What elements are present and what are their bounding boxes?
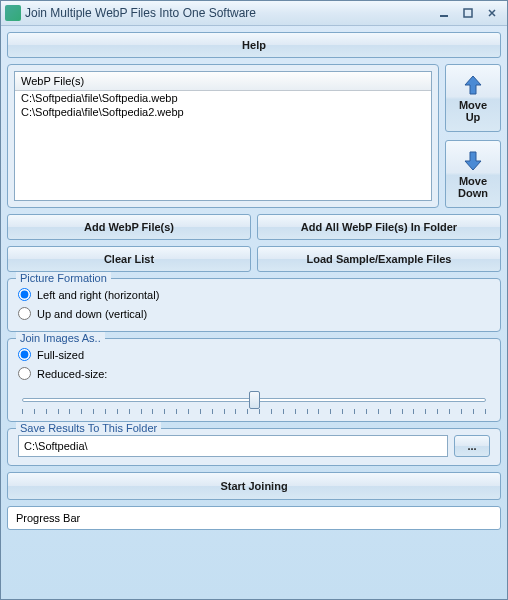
horizontal-label: Left and right (horizontal)	[37, 289, 159, 301]
file-list-panel: WebP File(s) C:\Softpedia\file\Softpedia…	[7, 64, 439, 208]
join-images-legend: Join Images As..	[16, 332, 105, 344]
list-item[interactable]: C:\Softpedia\file\Softpedia2.webp	[15, 105, 431, 119]
move-down-label: Move Down	[458, 175, 488, 199]
full-sized-radio-row[interactable]: Full-sized	[18, 345, 490, 364]
vertical-radio[interactable]	[18, 307, 31, 320]
progress-bar-panel: Progress Bar	[7, 506, 501, 530]
reduced-size-radio-row[interactable]: Reduced-size:	[18, 364, 490, 383]
full-sized-label: Full-sized	[37, 349, 84, 361]
picture-formation-group: Picture Formation Left and right (horizo…	[7, 278, 501, 332]
list-item[interactable]: C:\Softpedia\file\Softpedia.webp	[15, 91, 431, 105]
horizontal-radio-row[interactable]: Left and right (horizontal)	[18, 285, 490, 304]
join-images-group: Join Images As.. Full-sized Reduced-size…	[7, 338, 501, 422]
arrow-down-icon	[461, 149, 485, 173]
size-slider[interactable]	[22, 389, 486, 413]
horizontal-radio[interactable]	[18, 288, 31, 301]
add-folder-button[interactable]: Add All WebP File(s) In Folder	[257, 214, 501, 240]
window-title: Join Multiple WebP Files Into One Softwa…	[25, 6, 433, 20]
vertical-label: Up and down (vertical)	[37, 308, 147, 320]
save-results-legend: Save Results To This Folder	[16, 422, 161, 434]
action-buttons-grid: Add WebP File(s) Add All WebP File(s) In…	[7, 214, 501, 272]
help-button[interactable]: Help	[7, 32, 501, 58]
picture-formation-legend: Picture Formation	[16, 272, 111, 284]
window-controls	[433, 4, 503, 22]
output-path-input[interactable]	[18, 435, 448, 457]
vertical-radio-row[interactable]: Up and down (vertical)	[18, 304, 490, 323]
load-sample-button[interactable]: Load Sample/Example Files	[257, 246, 501, 272]
minimize-icon	[439, 8, 449, 18]
move-buttons-column: Move Up Move Down	[445, 64, 501, 208]
move-down-button[interactable]: Move Down	[445, 140, 501, 208]
path-row: ...	[18, 435, 490, 457]
size-slider-container	[18, 389, 490, 413]
svg-rect-0	[440, 15, 448, 17]
arrow-up-icon	[461, 73, 485, 97]
clear-list-button[interactable]: Clear List	[7, 246, 251, 272]
minimize-button[interactable]	[433, 4, 455, 22]
content-area: Help WebP File(s) C:\Softpedia\file\Soft…	[1, 26, 507, 536]
move-up-button[interactable]: Move Up	[445, 64, 501, 132]
move-up-label: Move Up	[459, 99, 487, 123]
file-list-header: WebP File(s)	[15, 72, 431, 91]
add-files-button[interactable]: Add WebP File(s)	[7, 214, 251, 240]
close-icon	[487, 8, 497, 18]
browse-button[interactable]: ...	[454, 435, 490, 457]
file-listbox[interactable]: WebP File(s) C:\Softpedia\file\Softpedia…	[14, 71, 432, 201]
save-results-group: Save Results To This Folder ...	[7, 428, 501, 466]
slider-ticks	[22, 409, 486, 415]
file-list-row: WebP File(s) C:\Softpedia\file\Softpedia…	[7, 64, 501, 208]
maximize-icon	[463, 8, 473, 18]
slider-thumb[interactable]	[249, 391, 260, 409]
app-icon	[5, 5, 21, 21]
reduced-size-radio[interactable]	[18, 367, 31, 380]
svg-rect-1	[464, 9, 472, 17]
maximize-button[interactable]	[457, 4, 479, 22]
full-sized-radio[interactable]	[18, 348, 31, 361]
titlebar: Join Multiple WebP Files Into One Softwa…	[1, 1, 507, 26]
progress-label: Progress Bar	[16, 512, 80, 524]
start-joining-button[interactable]: Start Joining	[7, 472, 501, 500]
main-window: Join Multiple WebP Files Into One Softwa…	[0, 0, 508, 600]
reduced-size-label: Reduced-size:	[37, 368, 107, 380]
close-button[interactable]	[481, 4, 503, 22]
